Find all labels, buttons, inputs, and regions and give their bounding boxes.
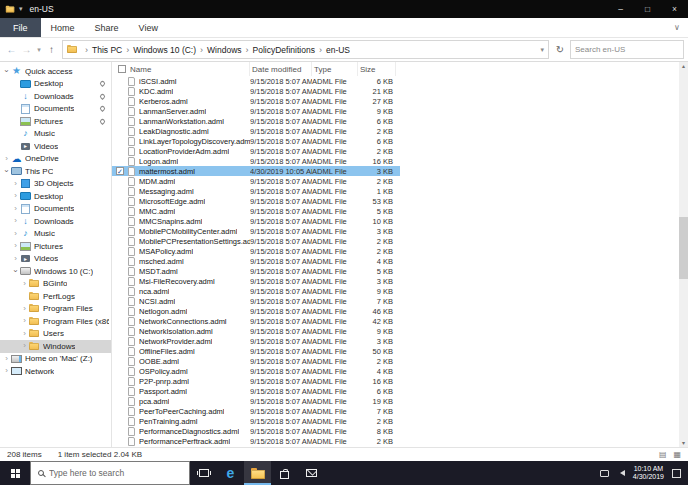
volume-icon[interactable] — [617, 470, 625, 476]
explorer-search-input[interactable] — [575, 45, 679, 54]
expander-icon[interactable] — [20, 330, 29, 338]
back-button[interactable]: ← — [4, 44, 19, 55]
breadcrumb-separator-icon[interactable] — [315, 45, 326, 55]
expander-icon[interactable] — [11, 242, 20, 250]
details-view-icon[interactable]: ▤ — [659, 450, 667, 459]
start-button[interactable] — [0, 461, 30, 485]
sidebar-item[interactable]: BGinfo — [0, 278, 111, 291]
expander-icon[interactable] — [20, 342, 29, 350]
breadcrumb-label[interactable]: This PC — [92, 45, 122, 55]
file-row[interactable]: NetworkIsolation.adml 9/15/2018 5:07 AM … — [112, 326, 400, 336]
sidebar-item[interactable]: Home on 'Mac' (Z:) — [0, 353, 111, 366]
scroll-down-icon[interactable]: ▾ — [679, 439, 688, 447]
file-row[interactable]: PeerToPeerCaching.adml 9/15/2018 5:07 AM… — [112, 406, 400, 416]
breadcrumb-label[interactable]: PolicyDefinitions — [253, 45, 315, 55]
file-row[interactable]: Msi-FileRecovery.adml 9/15/2018 5:07 AM … — [112, 276, 400, 286]
file-row[interactable]: Kerberos.adml 9/15/2018 5:07 AM ADML Fil… — [112, 96, 400, 106]
expander-icon[interactable] — [2, 355, 11, 363]
explorer-search-box[interactable] — [570, 40, 684, 59]
up-button[interactable]: ↑ — [44, 44, 59, 55]
column-header-name[interactable]: Name — [116, 62, 250, 76]
file-row[interactable]: OSPolicy.adml 9/15/2018 5:07 AM ADML Fil… — [112, 366, 400, 376]
breadcrumb-segment[interactable]: This PC — [81, 45, 122, 55]
sidebar-item[interactable]: Downloads — [0, 90, 111, 103]
file-row[interactable]: MDM.adml 9/15/2018 5:07 AM ADML File 2 K… — [112, 176, 400, 186]
select-all-checkbox[interactable] — [118, 65, 126, 73]
expander-icon[interactable] — [20, 305, 29, 313]
breadcrumb-segment[interactable]: Windows — [196, 45, 241, 55]
file-row[interactable]: MMCSnapins.adml 9/15/2018 5:07 AM ADML F… — [112, 216, 400, 226]
file-row[interactable]: MMC.adml 9/15/2018 5:07 AM ADML File 5 K… — [112, 206, 400, 216]
expander-icon[interactable] — [11, 192, 20, 200]
breadcrumb-separator-icon[interactable] — [196, 45, 207, 55]
file-row[interactable]: pca.adml 9/15/2018 5:07 AM ADML File 19 … — [112, 396, 400, 406]
breadcrumb-label[interactable]: Windows 10 (C:) — [133, 45, 196, 55]
sidebar-item[interactable]: 3D Objects — [0, 178, 111, 191]
mail-button[interactable] — [298, 461, 325, 485]
sidebar-item[interactable]: This PC — [0, 165, 111, 178]
file-row[interactable]: PenTraining.adml 9/15/2018 5:07 AM ADML … — [112, 416, 400, 426]
expander-icon[interactable] — [11, 180, 20, 188]
file-row[interactable]: PerformanceDiagnostics.adml 9/15/2018 5:… — [112, 426, 400, 436]
column-header-size[interactable]: Size — [358, 62, 396, 76]
tab-share[interactable]: Share — [85, 18, 129, 37]
breadcrumb-separator-icon[interactable] — [242, 45, 253, 55]
recent-locations-dropdown-icon[interactable]: ▾ — [34, 46, 44, 54]
file-row[interactable]: mattermost.adml 4/30/2019 10:05 AM ADML … — [112, 166, 400, 176]
address-dropdown-icon[interactable]: ▾ — [536, 46, 544, 54]
file-row[interactable]: NCSI.adml 9/15/2018 5:07 AM ADML File 7 … — [112, 296, 400, 306]
taskbar-clock[interactable]: 10:10 AM 4/30/2019 — [633, 465, 664, 481]
sidebar-item[interactable]: Downloads — [0, 215, 111, 228]
forward-button[interactable]: → — [19, 44, 34, 55]
tab-home[interactable]: Home — [41, 18, 85, 37]
file-row[interactable]: NetworkProvider.adml 9/15/2018 5:07 AM A… — [112, 336, 400, 346]
file-row[interactable]: Netlogon.adml 9/15/2018 5:07 AM ADML Fil… — [112, 306, 400, 316]
file-row[interactable]: Messaging.adml 9/15/2018 5:07 AM ADML Fi… — [112, 186, 400, 196]
quick-access-toolbar-dropdown-icon[interactable]: ▾ — [19, 5, 23, 13]
scrollbar-thumb[interactable] — [679, 217, 688, 279]
taskbar-search-box[interactable] — [30, 461, 190, 485]
breadcrumb-separator-icon[interactable] — [81, 45, 92, 55]
expander-icon[interactable] — [11, 255, 20, 263]
expander-icon[interactable] — [11, 205, 20, 213]
breadcrumb-segment[interactable]: en-US — [315, 45, 350, 55]
file-row[interactable]: LocationProviderAdm.adml 9/15/2018 5:07 … — [112, 146, 400, 156]
breadcrumb-segment[interactable]: PolicyDefinitions — [242, 45, 315, 55]
minimize-button[interactable]: – — [607, 0, 634, 18]
file-row[interactable]: LanmanWorkstation.adml 9/15/2018 5:07 AM… — [112, 116, 400, 126]
expander-icon[interactable] — [2, 67, 11, 75]
sidebar-item[interactable]: Desktop — [0, 78, 111, 91]
network-icon[interactable] — [600, 470, 609, 477]
action-center-icon[interactable] — [672, 469, 681, 478]
taskbar-search-input[interactable] — [49, 468, 182, 478]
sidebar-item[interactable]: Users — [0, 328, 111, 341]
sidebar-item[interactable]: Quick access — [0, 65, 111, 78]
file-row[interactable]: MSDT.adml 9/15/2018 5:07 AM ADML File 5 … — [112, 266, 400, 276]
sidebar-item[interactable]: Pictures — [0, 240, 111, 253]
file-row[interactable]: LeakDiagnostic.adml 9/15/2018 5:07 AM AD… — [112, 126, 400, 136]
expander-icon[interactable] — [11, 230, 20, 238]
vertical-scrollbar[interactable]: ▴ ▾ — [679, 62, 688, 447]
tab-view[interactable]: View — [129, 18, 168, 37]
sidebar-item[interactable]: Documents — [0, 103, 111, 116]
file-row[interactable]: OfflineFiles.adml 9/15/2018 5:07 AM ADML… — [112, 346, 400, 356]
maximize-button[interactable]: □ — [634, 0, 661, 18]
file-row[interactable]: OOBE.adml 9/15/2018 5:07 AM ADML File 2 … — [112, 356, 400, 366]
sidebar-item[interactable]: Videos — [0, 140, 111, 153]
address-box[interactable]: This PC Windows 10 (C:) Windows — [62, 40, 549, 59]
breadcrumb-label[interactable]: en-US — [326, 45, 350, 55]
file-row[interactable]: P2P-pnrp.adml 9/15/2018 5:07 AM ADML Fil… — [112, 376, 400, 386]
tab-file[interactable]: File — [0, 18, 41, 37]
file-row[interactable]: iSCSI.adml 9/15/2018 5:07 AM ADML File 6… — [112, 76, 400, 86]
file-row[interactable]: MobilePCMobilityCenter.adml 9/15/2018 5:… — [112, 226, 400, 236]
expander-icon[interactable] — [11, 267, 20, 275]
expander-icon[interactable] — [20, 317, 29, 325]
large-icons-view-icon[interactable]: ▦ — [673, 450, 681, 459]
expander-icon[interactable] — [2, 367, 11, 375]
sidebar-item[interactable]: Music — [0, 128, 111, 141]
sidebar-item[interactable]: Program Files — [0, 303, 111, 316]
refresh-button[interactable]: ↻ — [552, 44, 568, 55]
sidebar-item[interactable]: Music — [0, 228, 111, 241]
file-row[interactable]: KDC.adml 9/15/2018 5:07 AM ADML File 21 … — [112, 86, 400, 96]
ribbon-collapse-icon[interactable]: ∨ — [666, 18, 688, 37]
